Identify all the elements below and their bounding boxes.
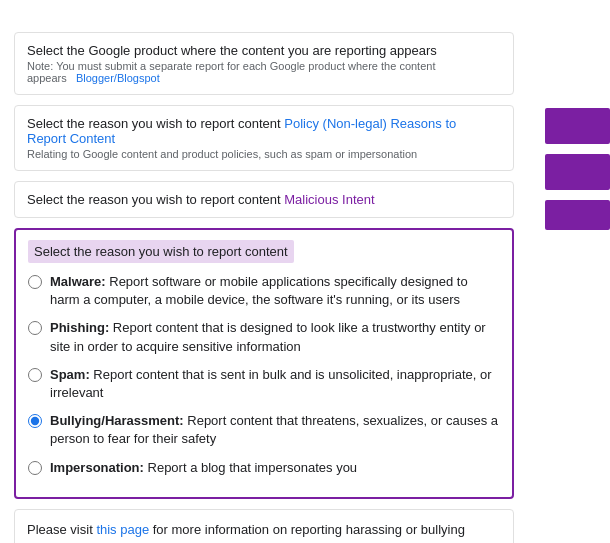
purple-bar-3 — [545, 200, 610, 230]
radio-impersonation-label: Impersonation: Report a blog that impers… — [50, 459, 357, 477]
section-2-block: Select the reason you wish to report con… — [14, 105, 514, 171]
info-block-text: Please visit this page for more informat… — [27, 520, 501, 543]
section-1-value-link[interactable]: Blogger/Blogspot — [76, 72, 160, 84]
section-3-block: Select the reason you wish to report con… — [14, 181, 514, 218]
radio-bullying: Bullying/Harassment: Report content that… — [28, 412, 500, 448]
radio-malware: Malware: Report software or mobile appli… — [28, 273, 500, 309]
radio-impersonation: Impersonation: Report a blog that impers… — [28, 459, 500, 477]
radio-malware-label: Malware: Report software or mobile appli… — [50, 273, 500, 309]
section-3-label: Select the reason you wish to report con… — [27, 192, 493, 207]
radio-bullying-label: Bullying/Harassment: Report content that… — [50, 412, 500, 448]
section-1-block: Select the Google product where the cont… — [14, 32, 514, 95]
active-section-block: Select the reason you wish to report con… — [14, 228, 514, 499]
section-1-note: Note: You must submit a separate report … — [27, 60, 501, 84]
info-block: Please visit this page for more informat… — [14, 509, 514, 543]
radio-spam: Spam: Report content that is sent in bul… — [28, 366, 500, 402]
active-section-label: Select the reason you wish to report con… — [28, 240, 294, 263]
radio-phishing-label: Phishing: Report content that is designe… — [50, 319, 500, 355]
radio-phishing: Phishing: Report content that is designe… — [28, 319, 500, 355]
radio-spam-input[interactable] — [28, 368, 42, 382]
radio-impersonation-input[interactable] — [28, 461, 42, 475]
info-block-link[interactable]: this page — [96, 522, 149, 537]
right-panel-inner — [530, 0, 610, 230]
radio-bullying-input[interactable] — [28, 414, 42, 428]
radio-spam-label: Spam: Report content that is sent in bul… — [50, 366, 500, 402]
radio-malware-input[interactable] — [28, 275, 42, 289]
section-1-label: Select the Google product where the cont… — [27, 43, 493, 58]
purple-bar-1 — [545, 108, 610, 144]
right-panel — [530, 0, 610, 543]
section-2-label: Select the reason you wish to report con… — [27, 116, 493, 146]
radio-phishing-input[interactable] — [28, 321, 42, 335]
section-2-sub-value: Relating to Google content and product p… — [27, 148, 501, 160]
purple-bar-2 — [545, 154, 610, 190]
